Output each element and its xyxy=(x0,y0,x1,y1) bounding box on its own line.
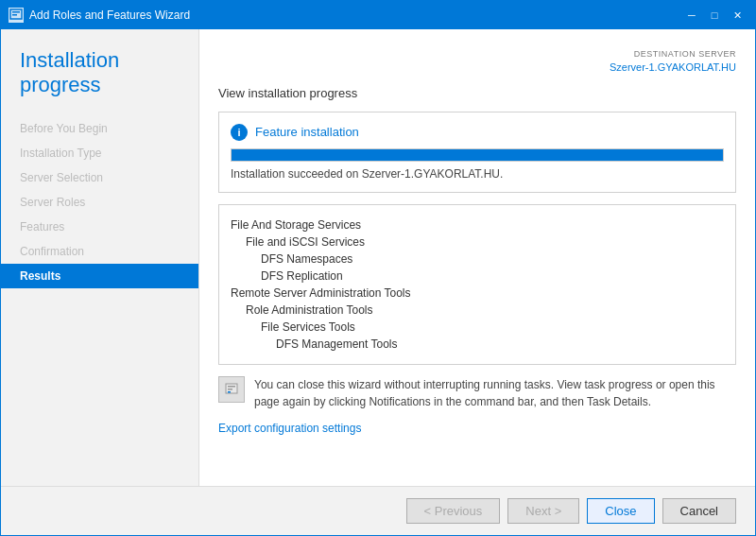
content-area: Installation progress Before You Begin I… xyxy=(1,29,755,486)
footer: < Previous Next > Close Cancel xyxy=(1,486,755,535)
svg-rect-6 xyxy=(228,391,231,393)
main-content: DESTINATION SERVER Szerver-1.GYAKORLAT.H… xyxy=(199,29,755,486)
notification-icon xyxy=(218,376,245,403)
sidebar-item-confirmation: Confirmation xyxy=(1,239,198,264)
sidebar-item-server-selection: Server Selection xyxy=(1,165,198,190)
notification-text: You can close this wizard without interr… xyxy=(254,376,736,410)
window-title: Add Roles and Features Wizard xyxy=(29,9,190,22)
export-link[interactable]: Export configuration settings xyxy=(218,422,736,435)
progress-bar-fill xyxy=(232,149,723,161)
sidebar: Installation progress Before You Begin I… xyxy=(1,29,199,486)
feature-item: File Services Tools xyxy=(231,319,724,336)
feature-item: File And Storage Services xyxy=(231,216,724,233)
cancel-button[interactable]: Cancel xyxy=(662,498,736,524)
title-bar-left: Add Roles and Features Wizard xyxy=(9,8,190,23)
feature-item: Role Administration Tools xyxy=(231,302,724,319)
title-bar-controls: ─ □ ✕ xyxy=(681,6,747,25)
next-button[interactable]: Next > xyxy=(507,498,579,524)
sidebar-item-features: Features xyxy=(1,215,198,239)
feature-install-header: i Feature installation xyxy=(231,124,724,141)
feature-item: DFS Namespaces xyxy=(231,251,724,268)
previous-button[interactable]: < Previous xyxy=(406,498,501,524)
maximize-button[interactable]: □ xyxy=(704,6,725,25)
feature-item: File and iSCSI Services xyxy=(231,233,724,251)
svg-rect-4 xyxy=(228,386,235,388)
feature-item: DFS Management Tools xyxy=(231,336,724,353)
sidebar-item-results: Results xyxy=(1,264,198,288)
svg-rect-1 xyxy=(12,11,20,13)
destination-server-info: DESTINATION SERVER Szerver-1.GYAKORLAT.H… xyxy=(218,48,736,75)
feature-install-title: Feature installation xyxy=(255,125,359,139)
install-success-text: Installation succeeded on Szerver-1.GYAK… xyxy=(231,167,724,181)
wizard-window: Add Roles and Features Wizard ─ □ ✕ Inst… xyxy=(0,0,756,536)
info-icon: i xyxy=(231,124,248,141)
minimize-button[interactable]: ─ xyxy=(681,6,702,25)
svg-rect-5 xyxy=(228,389,232,390)
sidebar-item-server-roles: Server Roles xyxy=(1,190,198,215)
title-bar: Add Roles and Features Wizard ─ □ ✕ xyxy=(1,1,755,29)
features-list-box: File And Storage ServicesFile and iSCSI … xyxy=(218,204,736,365)
feature-item: DFS Replication xyxy=(231,268,724,285)
destination-label: DESTINATION SERVER xyxy=(218,48,736,61)
wizard-icon xyxy=(9,8,24,23)
sidebar-item-before-you-begin: Before You Begin xyxy=(1,116,198,141)
feature-install-box: i Feature installation Installation succ… xyxy=(218,112,736,193)
server-name: Szerver-1.GYAKORLAT.HU xyxy=(218,61,736,75)
feature-item: Remote Server Administration Tools xyxy=(231,285,724,302)
sidebar-item-installation-type: Installation Type xyxy=(1,141,198,165)
view-progress-label: View installation progress xyxy=(218,86,736,100)
close-button[interactable]: Close xyxy=(587,498,654,524)
progress-bar-track xyxy=(231,148,724,162)
svg-rect-2 xyxy=(12,14,17,16)
page-title: Installation progress xyxy=(1,48,198,116)
notification-box: You can close this wizard without interr… xyxy=(218,376,736,410)
window-close-button[interactable]: ✕ xyxy=(727,6,747,25)
